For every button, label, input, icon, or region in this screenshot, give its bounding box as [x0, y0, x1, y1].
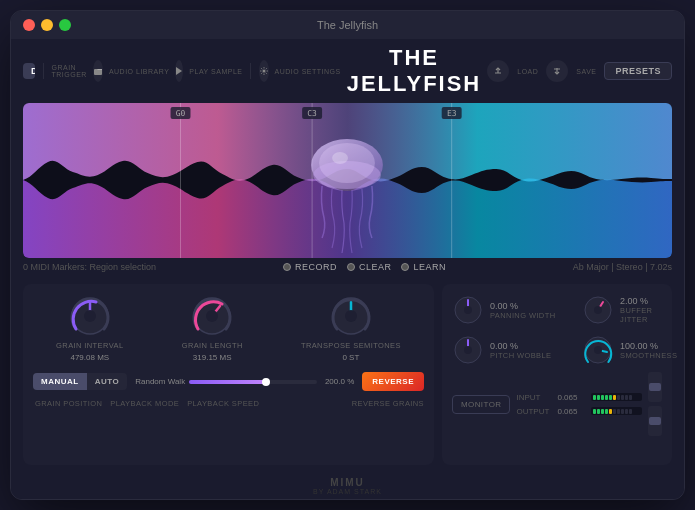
level-seg-8 [621, 395, 624, 400]
footer: MIMU BY ADAM STARK [11, 473, 684, 499]
play-sample-group: PLAY SAMPLE [189, 68, 242, 75]
auto-button[interactable]: AUTO [87, 373, 128, 390]
grain-interval-label: GRAIN INTERVAL [56, 341, 123, 350]
close-button[interactable] [23, 19, 35, 31]
playback-mode-label: PLAYBACK MODE [110, 399, 179, 408]
level-seg-3 [601, 395, 604, 400]
sub-labels-row: GRAIN POSITION PLAYBACK MODE PLAYBACK SP… [33, 399, 424, 408]
out-seg-2 [597, 409, 600, 414]
pitch-wobble-value: 0.00 % [490, 341, 551, 351]
knobs-row: GRAIN INTERVAL 479.08 MS [33, 294, 424, 362]
output-label: OUTPUT [516, 407, 551, 416]
audio-library-group: AUDIO LIBRARY [109, 68, 169, 75]
play-sample-button[interactable] [175, 60, 183, 82]
effects-knobs-right: 2.00 % BUFFER JITTER [582, 294, 662, 366]
waveform-statusbar: 0 MIDI Markers: Region selection RECORD … [11, 258, 684, 276]
minimize-button[interactable] [41, 19, 53, 31]
buffer-jitter-value: 2.00 % [620, 296, 662, 306]
audio-library-button[interactable] [93, 60, 103, 82]
svg-point-18 [84, 310, 96, 322]
out-seg-3 [601, 409, 604, 414]
waveform-svg: G0 C3 E3 [23, 103, 672, 258]
load-button[interactable] [487, 60, 509, 82]
learn-label: LEARN [413, 262, 446, 272]
random-walk-slider[interactable] [189, 380, 317, 384]
out-seg-10 [629, 409, 632, 414]
toolbar: DRONE EVENT GRAIN TRIGGER AUDIO LIBRARY … [11, 39, 684, 103]
smoothness-info: 100.00 % SMOOTHNESS [620, 341, 677, 360]
io-section: MONITOR INPUT 0.065 [452, 372, 662, 436]
level-seg-5 [609, 395, 612, 400]
grain-interval-group: GRAIN INTERVAL 479.08 MS [56, 294, 123, 362]
smoothness-value: 100.00 % [620, 341, 677, 351]
toolbar-right: LOAD SAVE PRESETS [487, 60, 672, 82]
position-mode-group: MANUAL AUTO [33, 373, 127, 390]
waveform-container[interactable]: G0 C3 E3 [23, 103, 672, 258]
level-seg-6 [613, 395, 616, 400]
svg-text:G0: G0 [176, 109, 186, 118]
save-icon [552, 66, 562, 76]
output-row: OUTPUT 0.065 [516, 407, 642, 416]
output-fader[interactable] [648, 406, 662, 436]
audio-library-label: AUDIO LIBRARY [109, 68, 169, 75]
reverse-button[interactable]: REVERSE [362, 372, 424, 391]
grain-interval-knob[interactable] [68, 294, 112, 338]
transpose-group: TRANSPOSE SEMITONES 0 ST [301, 294, 401, 362]
drone-button[interactable]: DRONE [23, 63, 35, 79]
svg-text:C3: C3 [307, 109, 317, 118]
mode-group: DRONE EVENT [23, 63, 35, 79]
clear-button[interactable]: CLEAR [347, 262, 392, 272]
footer-sub: BY ADAM STARK [15, 488, 680, 495]
grain-position-label: GRAIN POSITION [35, 399, 102, 408]
out-seg-4 [605, 409, 608, 414]
svg-point-20 [206, 310, 218, 322]
right-panel: 0.00 % PANNING WIDTH [442, 284, 672, 465]
record-button[interactable]: RECORD [283, 262, 337, 272]
maximize-button[interactable] [59, 19, 71, 31]
level-seg-1 [593, 395, 596, 400]
speed-value: 200.0 % [325, 377, 354, 386]
audio-settings-label: AUDIO SETTINGS [275, 68, 341, 75]
random-walk-label: Random Walk [135, 377, 185, 386]
out-seg-8 [621, 409, 624, 414]
monitor-button[interactable]: MONITOR [452, 395, 510, 414]
buffer-jitter-knob[interactable] [582, 294, 614, 326]
input-fader[interactable] [648, 372, 662, 402]
out-seg-9 [625, 409, 628, 414]
output-fader-thumb [649, 417, 661, 425]
reverse-grains-label: REVERSE GRAINS [352, 399, 424, 408]
panning-knob[interactable] [452, 294, 484, 326]
learn-button[interactable]: LEARN [401, 262, 446, 272]
transpose-knob[interactable] [329, 294, 373, 338]
svg-point-30 [594, 346, 602, 354]
grain-length-group: GRAIN LENGTH 319.15 MS [182, 294, 243, 362]
effects-knobs-left: 0.00 % PANNING WIDTH [452, 294, 574, 366]
panning-label: PANNING WIDTH [490, 311, 555, 320]
smoothness-label: SMOOTHNESS [620, 351, 677, 360]
window-controls [23, 19, 71, 31]
panning-value: 0.00 % [490, 301, 555, 311]
io-levels: INPUT 0.065 [516, 393, 642, 416]
main-content: DRONE EVENT GRAIN TRIGGER AUDIO LIBRARY … [11, 39, 684, 499]
pitch-wobble-knob[interactable] [452, 334, 484, 366]
smoothness-knob[interactable] [582, 334, 614, 366]
manual-button[interactable]: MANUAL [33, 373, 87, 390]
input-fader-thumb [649, 383, 661, 391]
grain-length-knob[interactable] [190, 294, 234, 338]
grain-trigger-group: GRAIN TRIGGER [52, 64, 87, 78]
level-seg-9 [625, 395, 628, 400]
main-window: The Jellyfish DRONE EVENT GRAIN TRIGGER … [10, 10, 685, 500]
folder-icon [93, 66, 103, 76]
buffer-jitter-label: BUFFER JITTER [620, 306, 662, 324]
audio-settings-button[interactable] [259, 60, 269, 82]
level-seg-2 [597, 395, 600, 400]
input-level-bar [591, 393, 642, 401]
save-button[interactable] [546, 60, 568, 82]
presets-button[interactable]: PRESETS [604, 62, 672, 80]
level-seg-7 [617, 395, 620, 400]
level-seg-10 [629, 395, 632, 400]
input-label: INPUT [516, 393, 551, 402]
window-title: The Jellyfish [317, 19, 378, 31]
app-title: THE JELLYFISH [347, 45, 482, 97]
buffer-jitter-row: 2.00 % BUFFER JITTER [582, 294, 662, 326]
